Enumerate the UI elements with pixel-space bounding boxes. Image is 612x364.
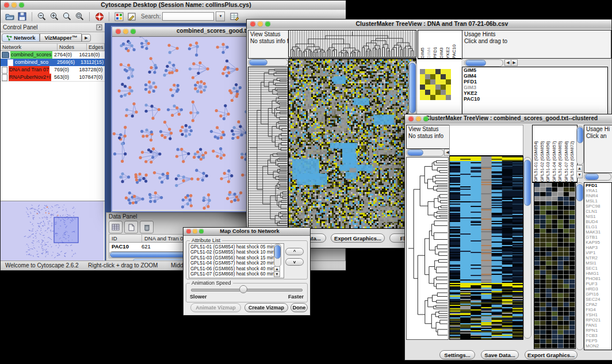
minimize-button[interactable] — [416, 116, 421, 121]
gene-label[interactable]: MAK31 — [584, 229, 611, 235]
treeview1-right-hscrollbar[interactable] — [464, 59, 503, 67]
treeview1-title-bar[interactable]: ClusterMaker TreeView : DNA and Tran 07-… — [247, 20, 611, 29]
treeview2-title-bar[interactable]: ClusterMaker TreeView : combined_scores_… — [405, 114, 612, 124]
zoom-button[interactable] — [19, 2, 24, 7]
gene-label[interactable]: MSI1 — [584, 260, 611, 266]
gene-label[interactable]: CPA2 — [584, 302, 611, 307]
vizmapper-button[interactable] — [113, 11, 124, 22]
gene-label[interactable]: GIM4 — [462, 73, 607, 79]
gene-label[interactable]: HAP3 — [584, 245, 611, 250]
network-row-dna-tran[interactable]: DNA and Tran 07 769(0) 183728(0) — [1, 66, 105, 74]
zoom-out-button[interactable] — [36, 11, 47, 22]
scroll-down-arrow[interactable]: ▼ — [576, 171, 583, 178]
scrollbar-thumb[interactable] — [465, 60, 486, 66]
gene-label[interactable]: SPC98 — [584, 204, 611, 209]
attribute-list-scrollbar[interactable] — [274, 244, 281, 267]
scrollbar-thumb[interactable] — [585, 174, 599, 180]
gene-label[interactable]: YKE2 — [462, 90, 607, 96]
scrollbar-thumb[interactable] — [524, 160, 531, 206]
gene-label[interactable]: FIG4 — [584, 307, 611, 312]
gene-label[interactable]: NTR2 — [584, 255, 611, 260]
tab-vizmapper[interactable]: VizMapper™ — [40, 33, 82, 42]
move-down-button[interactable]: v — [285, 258, 304, 266]
tab-overflow-button[interactable]: ▶ — [82, 34, 90, 42]
main-title-bar[interactable]: Cytoscape Desktop (Session Name: collins… — [1, 1, 346, 10]
gene-label[interactable]: YRA1 — [584, 188, 611, 193]
treeview2-heatmap[interactable] — [449, 156, 523, 340]
gene-label[interactable]: GIM3 — [462, 85, 607, 90]
gene-label[interactable]: MSL1 — [584, 198, 611, 204]
gene-label[interactable]: SEC24 — [584, 297, 611, 302]
done-button[interactable]: Done — [290, 303, 308, 312]
zoom-in-button[interactable] — [49, 11, 60, 22]
gene-label[interactable]: ELG1 — [584, 224, 611, 229]
gene-label[interactable]: CLN1 — [584, 209, 611, 214]
treeview2-vscrollbar[interactable] — [523, 157, 531, 339]
zoom-button[interactable] — [265, 21, 270, 26]
close-button[interactable] — [186, 229, 191, 233]
gene-label[interactable]: PFD1 — [462, 79, 607, 85]
create-vizmap-button[interactable]: Create Vizmap — [244, 303, 288, 312]
zoom-button[interactable] — [131, 29, 136, 34]
birdseye-view[interactable] — [1, 201, 105, 261]
dialog-title-bar[interactable]: Map Colors to Network — [183, 228, 310, 236]
gene-label[interactable]: GIM5 — [462, 67, 607, 73]
attribute-item[interactable]: GPL51-07 (GSM868) heat shock 60 min — [190, 271, 282, 277]
select-attributes-button[interactable] — [109, 221, 123, 233]
network-row-rnapuber[interactable]: RNAPuberNov2+I 563(0) 107847(0) — [1, 74, 105, 81]
gene-label[interactable]: MON2 — [584, 343, 611, 348]
open-session-button[interactable] — [4, 11, 15, 22]
treeview1-left-hscrollbar[interactable] — [248, 59, 288, 66]
treeview2-zoom-vscrollbar[interactable] — [576, 182, 584, 350]
close-button[interactable] — [116, 29, 121, 34]
scrollbar-thumb[interactable] — [576, 184, 583, 201]
scroll-right-arrow[interactable]: ▶ — [511, 59, 518, 66]
zoom-selected-button[interactable] — [74, 11, 85, 22]
gene-label[interactable]: PAC10 — [462, 96, 607, 102]
tab-network[interactable]: Network — [2, 33, 40, 42]
attribute-item[interactable]: GPL51-01 (GSM854) heat shock 05 min — [190, 244, 282, 250]
minimize-button[interactable] — [123, 29, 128, 34]
move-up-button[interactable]: ^ — [285, 248, 304, 255]
treeview1-column-dendrogram[interactable] — [288, 30, 416, 58]
gene-label[interactable]: HRD3 — [584, 286, 611, 292]
tv2-export-graphics-button[interactable]: Export Graphics... — [525, 350, 577, 359]
gene-label[interactable]: HMG1 — [584, 271, 611, 276]
treeview2-row-dendrogram[interactable] — [406, 157, 449, 340]
gene-label[interactable]: YSH1 — [584, 312, 611, 317]
treeview1-row-dendrogram[interactable] — [248, 67, 288, 229]
gene-label[interactable]: RPN1 — [584, 328, 611, 333]
animate-vizmap-button[interactable]: Animate Vizmap — [190, 303, 241, 312]
scrollbar-thumb[interactable] — [409, 63, 416, 113]
scrollbar-thumb[interactable] — [577, 127, 583, 143]
search-dropdown-arrow[interactable]: ▾ — [216, 12, 225, 21]
speed-slider-thumb[interactable] — [239, 285, 247, 293]
attribute-item[interactable]: GPL51-06 (GSM865) heat shock 40 min — [190, 266, 282, 271]
scroll-down-arrow[interactable]: ▼ — [274, 271, 280, 277]
attribute-list[interactable]: GPL51-01 (GSM854) heat shock 05 minGPL51… — [189, 243, 284, 278]
column-header-network[interactable]: Network — [1, 44, 58, 51]
gene-label[interactable]: TCB3 — [584, 333, 611, 338]
zoom-button[interactable] — [199, 229, 204, 233]
minimize-button[interactable] — [12, 2, 17, 7]
gene-label[interactable]: NIS1 — [584, 214, 611, 219]
network-row-combined-scores[interactable]: combined_scores 2764(0) 16218(0) — [1, 51, 105, 59]
zoom-fit-button[interactable] — [62, 11, 72, 22]
scrollbar-thumb[interactable] — [274, 245, 281, 259]
close-button[interactable] — [4, 2, 9, 7]
treeview2-collabel-vscrollbar[interactable] — [576, 126, 584, 165]
gene-label[interactable]: RPO21 — [584, 317, 611, 323]
network-row-combined-sco-selected[interactable]: combined_sco 2569(6) 13112(15) — [1, 59, 105, 66]
gene-label[interactable]: SEC1 — [584, 266, 611, 271]
attribute-item[interactable]: GPL51-04 (GSM857) heat shock 20 min — [190, 260, 282, 266]
gene-label[interactable]: BUD4 — [584, 219, 611, 224]
help-button[interactable] — [94, 11, 105, 22]
minimize-button[interactable] — [193, 229, 197, 233]
gene-label[interactable]: VIP1 — [584, 250, 611, 255]
zoom-button[interactable] — [423, 116, 429, 121]
new-attribute-button[interactable] — [124, 221, 138, 233]
gene-label[interactable]: PHO81 — [584, 276, 611, 281]
column-header-id[interactable]: ID — [109, 235, 142, 242]
close-button[interactable] — [250, 21, 255, 26]
gene-label[interactable]: GPI16 — [584, 292, 611, 297]
